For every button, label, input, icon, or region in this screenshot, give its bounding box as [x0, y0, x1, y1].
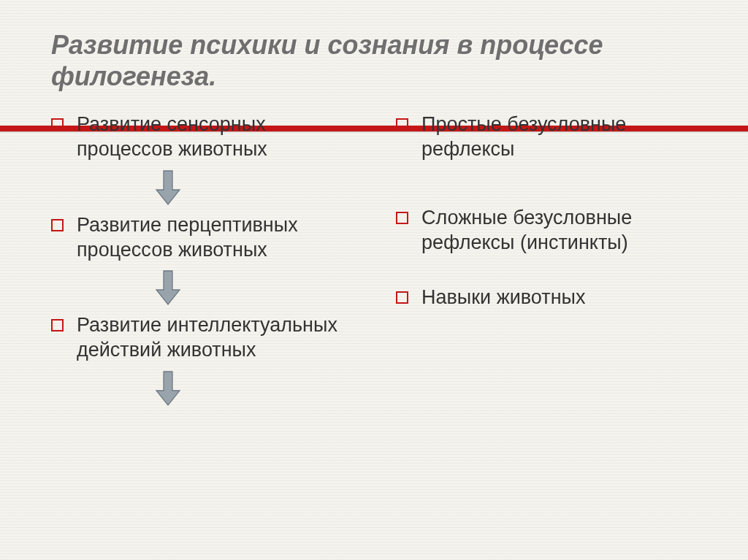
list-item: Сложные безусловные рефлексы (инстинкты): [396, 206, 704, 256]
bullet-square-icon: [396, 212, 408, 224]
arrow-down-icon: [154, 169, 182, 206]
arrow-down-wrap: [51, 363, 285, 414]
list-item: Навыки животных: [396, 285, 704, 310]
list-item-text: Развитие перцептивных процессов животных: [77, 213, 359, 263]
left-column: Развитие сенсорных процессов животных Ра…: [51, 112, 359, 414]
arrow-down-wrap: [51, 262, 285, 313]
bullet-square-icon: [51, 319, 64, 331]
right-column: Простые безусловные рефлексы Сложные без…: [396, 112, 704, 414]
list-item-text: Навыки животных: [421, 285, 585, 310]
list-item-text: Сложные безусловные рефлексы (инстинкты): [421, 206, 704, 256]
list-item-text: Развитие сенсорных процессов животных: [77, 112, 359, 162]
spacer: [396, 193, 704, 206]
list-item-text: Простые безусловные рефлексы: [421, 112, 704, 162]
list-item: Развитие интеллектуальных действий живот…: [51, 313, 359, 363]
list-item: Развитие перцептивных процессов животных: [51, 213, 359, 263]
arrow-down-icon: [154, 370, 182, 407]
arrow-down-wrap: [51, 162, 285, 213]
spacer: [396, 255, 704, 285]
spacer: [396, 162, 704, 193]
slide: Развитие психики и сознания в процессе ф…: [0, 0, 748, 560]
arrow-down-icon: [154, 269, 182, 306]
list-item: Простые безусловные рефлексы: [396, 112, 704, 162]
bullet-square-icon: [51, 118, 64, 131]
bullet-square-icon: [51, 219, 64, 231]
list-item: Развитие сенсорных процессов животных: [51, 112, 359, 162]
bullet-square-icon: [396, 118, 408, 131]
bullet-square-icon: [396, 291, 408, 304]
slide-title: Развитие психики и сознания в процессе ф…: [51, 29, 704, 92]
content-columns: Развитие сенсорных процессов животных Ра…: [51, 112, 704, 414]
list-item-text: Развитие интеллектуальных действий живот…: [77, 313, 359, 363]
